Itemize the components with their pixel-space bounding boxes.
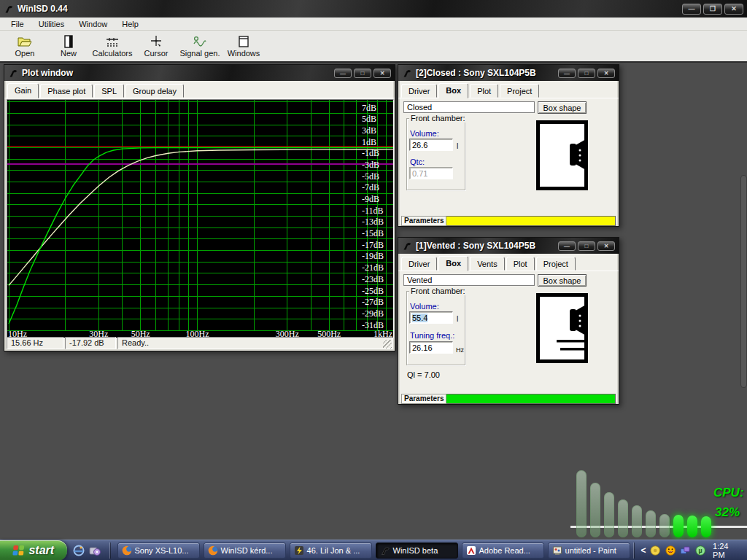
vented-box-drawing bbox=[536, 293, 588, 363]
cpu-bar-active bbox=[673, 515, 684, 537]
menu-file[interactable]: File bbox=[4, 18, 31, 30]
open-button[interactable]: Open bbox=[3, 31, 47, 61]
volume-unit: l bbox=[457, 315, 458, 323]
tab-vents[interactable]: Vents bbox=[470, 257, 505, 271]
svg-text:µ: µ bbox=[698, 547, 702, 554]
box-shape-button[interactable]: Box shape bbox=[538, 101, 587, 114]
parameters-label[interactable]: Parameters bbox=[401, 394, 446, 404]
new-label: New bbox=[61, 49, 77, 58]
maximize-button[interactable]: □ bbox=[578, 69, 595, 78]
internet-explorer-icon[interactable] bbox=[73, 545, 85, 556]
taskbar-button-winisd-beta[interactable]: WinISD beta bbox=[376, 542, 458, 559]
tray-divider bbox=[633, 542, 634, 559]
cursor-level-readout: -17.92 dB bbox=[65, 337, 116, 349]
adobe-reader-icon bbox=[466, 545, 476, 556]
tab-spl[interactable]: SPL bbox=[94, 84, 124, 98]
y-axis-label: -23dB bbox=[362, 274, 384, 284]
maximize-button[interactable]: □ bbox=[354, 69, 371, 78]
cpu-bar bbox=[590, 483, 600, 537]
tray-collapse-chevron-icon[interactable]: < bbox=[640, 545, 646, 556]
tab-driver[interactable]: Driver bbox=[401, 257, 437, 271]
volume-input[interactable]: 26.6 bbox=[409, 139, 453, 151]
cursor-button[interactable]: Cursor bbox=[134, 31, 178, 61]
vented-progress bbox=[446, 394, 616, 404]
front-chamber-label: Front chamber: bbox=[409, 114, 467, 122]
vented-box-diagram bbox=[536, 293, 588, 363]
cpu-bar bbox=[646, 510, 656, 537]
emoticon-tray-icon[interactable] bbox=[665, 545, 676, 556]
menu-window[interactable]: Window bbox=[71, 18, 115, 30]
qtc-input[interactable]: 0.71 bbox=[409, 167, 453, 179]
task-button-label: WinISD kérd... bbox=[221, 546, 273, 555]
taskbar-button-46-lil-jon[interactable]: 46. Lil Jon & ... bbox=[290, 542, 372, 559]
network-tray-icon[interactable] bbox=[680, 545, 690, 556]
menu-utilities[interactable]: Utilities bbox=[31, 18, 71, 30]
parameters-label[interactable]: Parameters bbox=[401, 216, 446, 226]
restore-button[interactable]: ❐ bbox=[703, 4, 722, 15]
tab-box[interactable]: Box bbox=[438, 256, 468, 271]
cpu-bar bbox=[632, 505, 642, 537]
maximize-button[interactable]: □ bbox=[578, 241, 595, 251]
windows-label: Windows bbox=[228, 49, 260, 58]
tab-plot[interactable]: Plot bbox=[470, 84, 498, 98]
box-type-field[interactable]: Closed bbox=[403, 101, 535, 113]
windows-button[interactable]: Windows bbox=[222, 31, 266, 61]
minimize-button[interactable]: — bbox=[558, 241, 576, 251]
y-axis-label: -27dB bbox=[362, 297, 384, 307]
taskbar-button-winisd-k-rd[interactable]: WinISD kérd... bbox=[204, 542, 286, 559]
box-shape-button[interactable]: Box shape bbox=[538, 274, 587, 287]
tab-driver[interactable]: Driver bbox=[401, 84, 437, 98]
signal-gen-label: Signal gen. bbox=[179, 49, 220, 58]
minimize-button[interactable]: — bbox=[558, 69, 576, 78]
volume-input[interactable]: 55.4 bbox=[409, 311, 453, 324]
y-axis-label: 1dB bbox=[362, 137, 376, 147]
taskbar-button-sony-xs-l10[interactable]: Sony XS-L10... bbox=[117, 542, 200, 559]
start-button[interactable]: start bbox=[0, 540, 67, 560]
minimize-button[interactable]: — bbox=[682, 4, 701, 15]
calculators-button[interactable]: Calculators bbox=[90, 31, 134, 61]
utorrent-tray-icon[interactable]: µ bbox=[695, 545, 705, 556]
close-button[interactable]: ✕ bbox=[724, 4, 743, 15]
yellow-ball-tray-icon[interactable] bbox=[650, 545, 660, 556]
close-button[interactable]: ✕ bbox=[597, 241, 615, 251]
ql-value-text: Ql = 7.00 bbox=[407, 370, 440, 379]
y-axis-label: -3dB bbox=[362, 160, 379, 170]
tab-box[interactable]: Box bbox=[438, 83, 468, 98]
plot-window-titlebar: Plot window — □ ✕ bbox=[4, 65, 395, 81]
taskbar-button-adobe-read[interactable]: Adobe Read... bbox=[462, 542, 544, 559]
tab-gain[interactable]: Gain bbox=[7, 83, 39, 98]
gain-plot-canvas[interactable]: 7dB5dB3dB1dB-1dB-3dB-5dB-7dB-9dB-11dB-13… bbox=[7, 99, 394, 338]
task-buttons: Sony XS-L10...WinISD kérd...46. Lil Jon … bbox=[117, 542, 630, 559]
tab-phase-plot[interactable]: Phase plot bbox=[40, 84, 93, 98]
winisd-app-icon bbox=[402, 68, 412, 78]
volume-value-selected: 55.4 bbox=[412, 314, 427, 322]
task-button-label: 46. Lil Jon & ... bbox=[307, 546, 360, 555]
close-button[interactable]: ✕ bbox=[597, 69, 615, 78]
status-message: Ready.. bbox=[117, 337, 392, 349]
y-axis-label: 3dB bbox=[362, 125, 376, 136]
tuning-freq-input[interactable]: 26.16 bbox=[409, 341, 453, 354]
y-axis-label: -5dB bbox=[362, 171, 379, 182]
cpu-bar-active bbox=[701, 516, 711, 537]
main-window-title: WinISD 0.44 bbox=[18, 4, 68, 14]
close-button[interactable]: ✕ bbox=[374, 69, 391, 78]
menu-help[interactable]: Help bbox=[115, 18, 146, 30]
resize-grip[interactable] bbox=[383, 340, 392, 349]
box-type-field[interactable]: Vented bbox=[403, 274, 535, 286]
new-button[interactable]: New bbox=[47, 31, 90, 61]
taskbar-divider bbox=[109, 542, 110, 559]
tab-project[interactable]: Project bbox=[500, 84, 539, 98]
media-player-icon[interactable] bbox=[89, 545, 101, 556]
minimize-button[interactable]: — bbox=[334, 69, 352, 78]
tab-plot[interactable]: Plot bbox=[506, 257, 535, 271]
tab-group-delay[interactable]: Group delay bbox=[125, 84, 184, 98]
tab-project[interactable]: Project bbox=[536, 257, 576, 271]
closed-box-diagram bbox=[536, 120, 588, 190]
plot-statusbar: 15.66 Hz -17.92 dB Ready.. bbox=[7, 337, 392, 349]
open-folder-icon bbox=[18, 35, 32, 48]
signal-gen-button[interactable]: Signal gen. bbox=[178, 31, 222, 61]
new-document-icon bbox=[61, 35, 76, 48]
taskbar-button-untitled-paint[interactable]: untitled - Paint bbox=[548, 542, 630, 559]
y-axis-label: -21dB bbox=[362, 262, 384, 273]
gain-plot: 7dB5dB3dB1dB-1dB-3dB-5dB-7dB-9dB-11dB-13… bbox=[7, 100, 393, 338]
